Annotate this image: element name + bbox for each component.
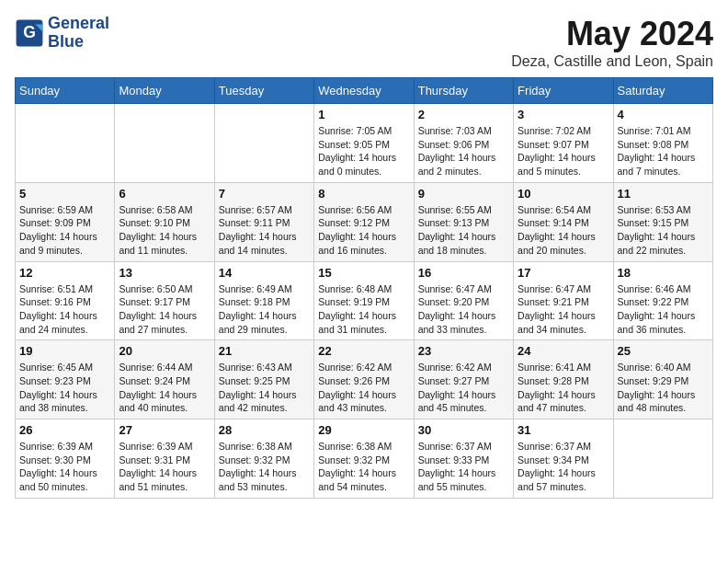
day-info: Sunrise: 6:57 AMSunset: 9:11 PMDaylight:…: [219, 203, 310, 258]
calendar-week-row: 26Sunrise: 6:39 AMSunset: 9:30 PMDayligh…: [16, 419, 713, 499]
calendar-cell: 29Sunrise: 6:38 AMSunset: 9:32 PMDayligh…: [314, 419, 414, 499]
day-info: Sunrise: 6:40 AMSunset: 9:29 PMDaylight:…: [618, 361, 709, 415]
day-number: 23: [418, 344, 509, 358]
day-info: Sunrise: 6:46 AMSunset: 9:22 PMDaylight:…: [618, 282, 709, 337]
day-number: 30: [418, 423, 509, 437]
weekday-header: Thursday: [414, 78, 513, 104]
calendar-cell: [16, 104, 115, 183]
day-info: Sunrise: 7:02 AMSunset: 9:07 PMDaylight:…: [518, 124, 609, 178]
subtitle: Deza, Castille and Leon, Spain: [511, 53, 713, 70]
weekday-header: Monday: [115, 78, 214, 104]
logo-icon: G: [15, 18, 44, 48]
calendar-cell: 25Sunrise: 6:40 AMSunset: 9:29 PMDayligh…: [613, 340, 712, 419]
day-info: Sunrise: 6:43 AMSunset: 9:25 PMDaylight:…: [219, 361, 310, 415]
day-info: Sunrise: 6:44 AMSunset: 9:24 PMDaylight:…: [119, 361, 210, 415]
calendar-cell: 7Sunrise: 6:57 AMSunset: 9:11 PMDaylight…: [214, 182, 313, 261]
title-block: May 2024 Deza, Castille and Leon, Spain: [511, 15, 713, 70]
calendar-cell: 14Sunrise: 6:49 AMSunset: 9:18 PMDayligh…: [214, 261, 313, 340]
day-info: Sunrise: 6:55 AMSunset: 9:13 PMDaylight:…: [418, 203, 509, 258]
day-info: Sunrise: 6:37 AMSunset: 9:33 PMDaylight:…: [418, 440, 509, 494]
calendar-week-row: 19Sunrise: 6:45 AMSunset: 9:23 PMDayligh…: [16, 340, 713, 419]
day-number: 26: [19, 423, 110, 437]
day-number: 27: [119, 423, 210, 437]
calendar-week-row: 1Sunrise: 7:05 AMSunset: 9:05 PMDaylight…: [16, 104, 713, 183]
calendar-cell: 13Sunrise: 6:50 AMSunset: 9:17 PMDayligh…: [115, 261, 214, 340]
day-number: 13: [119, 266, 210, 280]
day-info: Sunrise: 6:54 AMSunset: 9:14 PMDaylight:…: [518, 203, 609, 258]
day-info: Sunrise: 6:51 AMSunset: 9:16 PMDaylight:…: [19, 282, 110, 337]
weekday-header: Wednesday: [314, 78, 414, 104]
day-number: 11: [618, 187, 709, 201]
day-number: 15: [318, 266, 409, 280]
day-info: Sunrise: 6:49 AMSunset: 9:18 PMDaylight:…: [219, 282, 310, 337]
weekday-header: Friday: [514, 78, 613, 104]
logo-text: General Blue: [48, 15, 109, 52]
day-number: 20: [119, 344, 210, 358]
day-info: Sunrise: 7:01 AMSunset: 9:08 PMDaylight:…: [618, 124, 709, 178]
day-number: 14: [219, 266, 310, 280]
day-info: Sunrise: 7:05 AMSunset: 9:05 PMDaylight:…: [318, 124, 409, 178]
calendar-cell: [115, 104, 214, 183]
day-number: 12: [19, 266, 110, 280]
day-info: Sunrise: 6:47 AMSunset: 9:20 PMDaylight:…: [418, 282, 509, 337]
day-info: Sunrise: 7:03 AMSunset: 9:06 PMDaylight:…: [418, 124, 509, 178]
day-number: 19: [19, 344, 110, 358]
calendar-cell: 19Sunrise: 6:45 AMSunset: 9:23 PMDayligh…: [16, 340, 115, 419]
calendar-cell: 11Sunrise: 6:53 AMSunset: 9:15 PMDayligh…: [613, 182, 712, 261]
day-info: Sunrise: 6:41 AMSunset: 9:28 PMDaylight:…: [518, 361, 609, 415]
calendar-cell: 15Sunrise: 6:48 AMSunset: 9:19 PMDayligh…: [314, 261, 414, 340]
calendar-cell: 12Sunrise: 6:51 AMSunset: 9:16 PMDayligh…: [16, 261, 115, 340]
calendar-cell: 27Sunrise: 6:39 AMSunset: 9:31 PMDayligh…: [115, 419, 214, 499]
day-number: 21: [219, 344, 310, 358]
calendar-cell: 31Sunrise: 6:37 AMSunset: 9:34 PMDayligh…: [514, 419, 613, 499]
calendar-table: SundayMondayTuesdayWednesdayThursdayFrid…: [15, 77, 713, 499]
day-number: 17: [518, 266, 609, 280]
svg-text:G: G: [23, 23, 36, 41]
day-info: Sunrise: 6:53 AMSunset: 9:15 PMDaylight:…: [618, 203, 709, 258]
calendar-cell: 28Sunrise: 6:38 AMSunset: 9:32 PMDayligh…: [214, 419, 313, 499]
day-info: Sunrise: 6:39 AMSunset: 9:31 PMDaylight:…: [119, 440, 210, 494]
day-info: Sunrise: 6:38 AMSunset: 9:32 PMDaylight:…: [318, 440, 409, 494]
calendar-cell: 22Sunrise: 6:42 AMSunset: 9:26 PMDayligh…: [314, 340, 414, 419]
calendar-cell: 8Sunrise: 6:56 AMSunset: 9:12 PMDaylight…: [314, 182, 414, 261]
day-info: Sunrise: 6:58 AMSunset: 9:10 PMDaylight:…: [119, 203, 210, 258]
day-number: 8: [318, 187, 409, 201]
main-title: May 2024: [511, 15, 713, 53]
day-info: Sunrise: 6:48 AMSunset: 9:19 PMDaylight:…: [318, 282, 409, 337]
day-info: Sunrise: 6:56 AMSunset: 9:12 PMDaylight:…: [318, 203, 409, 258]
day-number: 7: [219, 187, 310, 201]
calendar-cell: 1Sunrise: 7:05 AMSunset: 9:05 PMDaylight…: [314, 104, 414, 183]
day-number: 28: [219, 423, 310, 437]
calendar-cell: 2Sunrise: 7:03 AMSunset: 9:06 PMDaylight…: [414, 104, 513, 183]
day-info: Sunrise: 6:50 AMSunset: 9:17 PMDaylight:…: [119, 282, 210, 337]
day-number: 4: [618, 108, 709, 121]
calendar-cell: [613, 419, 712, 499]
calendar-cell: [214, 104, 313, 183]
calendar-cell: 10Sunrise: 6:54 AMSunset: 9:14 PMDayligh…: [514, 182, 613, 261]
day-number: 29: [318, 423, 409, 437]
day-number: 3: [518, 108, 609, 121]
weekday-header: Tuesday: [214, 78, 313, 104]
calendar-cell: 26Sunrise: 6:39 AMSunset: 9:30 PMDayligh…: [16, 419, 115, 499]
day-info: Sunrise: 6:42 AMSunset: 9:26 PMDaylight:…: [318, 361, 409, 415]
day-number: 9: [418, 187, 509, 201]
day-number: 25: [618, 344, 709, 358]
day-info: Sunrise: 6:47 AMSunset: 9:21 PMDaylight:…: [518, 282, 609, 337]
calendar-cell: 21Sunrise: 6:43 AMSunset: 9:25 PMDayligh…: [214, 340, 313, 419]
day-number: 22: [318, 344, 409, 358]
calendar-cell: 24Sunrise: 6:41 AMSunset: 9:28 PMDayligh…: [514, 340, 613, 419]
day-info: Sunrise: 6:42 AMSunset: 9:27 PMDaylight:…: [418, 361, 509, 415]
day-number: 2: [418, 108, 509, 121]
calendar-cell: 3Sunrise: 7:02 AMSunset: 9:07 PMDaylight…: [514, 104, 613, 183]
day-number: 31: [518, 423, 609, 437]
calendar-cell: 20Sunrise: 6:44 AMSunset: 9:24 PMDayligh…: [115, 340, 214, 419]
day-info: Sunrise: 6:38 AMSunset: 9:32 PMDaylight:…: [219, 440, 310, 494]
day-number: 18: [618, 266, 709, 280]
calendar-cell: 6Sunrise: 6:58 AMSunset: 9:10 PMDaylight…: [115, 182, 214, 261]
calendar-cell: 23Sunrise: 6:42 AMSunset: 9:27 PMDayligh…: [414, 340, 513, 419]
calendar-cell: 9Sunrise: 6:55 AMSunset: 9:13 PMDaylight…: [414, 182, 513, 261]
calendar-cell: 4Sunrise: 7:01 AMSunset: 9:08 PMDaylight…: [613, 104, 712, 183]
header: G General Blue May 2024 Deza, Castille a…: [15, 15, 713, 70]
calendar-week-row: 12Sunrise: 6:51 AMSunset: 9:16 PMDayligh…: [16, 261, 713, 340]
day-number: 1: [318, 108, 409, 121]
